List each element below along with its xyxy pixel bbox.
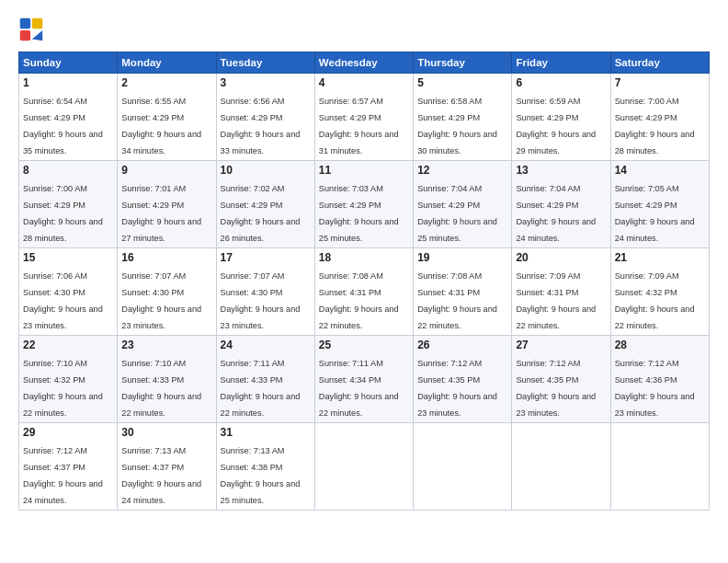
day-number: 26 (417, 339, 507, 351)
calendar-cell: 23 Sunrise: 7:10 AMSunset: 4:33 PMDaylig… (118, 336, 216, 423)
col-header-wednesday: Wednesday (314, 52, 413, 74)
day-number: 31 (221, 426, 311, 439)
day-number: 8 (23, 164, 113, 177)
calendar-cell: 13 Sunrise: 7:04 AMSunset: 4:29 PMDaylig… (512, 161, 610, 248)
day-info: Sunrise: 7:12 AMSunset: 4:35 PMDaylight:… (516, 359, 596, 418)
calendar-cell: 26 Sunrise: 7:12 AMSunset: 4:35 PMDaylig… (414, 336, 512, 423)
day-info: Sunrise: 7:09 AMSunset: 4:32 PMDaylight:… (615, 271, 695, 330)
calendar-cell: 16 Sunrise: 7:07 AMSunset: 4:30 PMDaylig… (118, 248, 216, 336)
calendar-cell: 12 Sunrise: 7:04 AMSunset: 4:29 PMDaylig… (414, 161, 512, 248)
calendar-cell: 17 Sunrise: 7:07 AMSunset: 4:30 PMDaylig… (216, 248, 314, 336)
svg-rect-1 (32, 18, 42, 29)
day-number: 18 (319, 251, 409, 264)
logo-icon (18, 17, 44, 42)
calendar-cell: 7 Sunrise: 7:00 AMSunset: 4:29 PMDayligh… (610, 74, 709, 161)
day-info: Sunrise: 7:00 AMSunset: 4:29 PMDaylight:… (23, 184, 103, 243)
calendar-cell: 2 Sunrise: 6:55 AMSunset: 4:29 PMDayligh… (118, 74, 216, 161)
day-info: Sunrise: 7:12 AMSunset: 4:37 PMDaylight:… (23, 446, 103, 505)
calendar-cell: 28 Sunrise: 7:12 AMSunset: 4:36 PMDaylig… (610, 336, 709, 423)
day-number: 13 (516, 164, 606, 177)
calendar-cell: 6 Sunrise: 6:59 AMSunset: 4:29 PMDayligh… (512, 74, 610, 161)
col-header-friday: Friday (512, 52, 610, 74)
svg-rect-0 (20, 18, 30, 29)
calendar-cell (512, 423, 610, 511)
col-header-tuesday: Tuesday (216, 52, 314, 74)
day-number: 6 (516, 76, 606, 89)
day-number: 14 (615, 164, 705, 177)
day-info: Sunrise: 7:01 AMSunset: 4:29 PMDaylight:… (121, 184, 201, 243)
day-number: 20 (516, 251, 606, 264)
day-number: 27 (516, 339, 606, 351)
day-info: Sunrise: 7:11 AMSunset: 4:33 PMDaylight:… (221, 359, 301, 418)
day-info: Sunrise: 6:57 AMSunset: 4:29 PMDaylight:… (319, 97, 399, 155)
day-number: 25 (319, 339, 409, 351)
day-info: Sunrise: 7:04 AMSunset: 4:29 PMDaylight:… (417, 184, 497, 243)
day-info: Sunrise: 7:08 AMSunset: 4:31 PMDaylight:… (319, 271, 399, 330)
day-info: Sunrise: 7:05 AMSunset: 4:29 PMDaylight:… (615, 184, 695, 243)
day-number: 23 (121, 339, 211, 351)
day-info: Sunrise: 7:08 AMSunset: 4:31 PMDaylight:… (417, 271, 497, 330)
day-number: 30 (121, 426, 211, 439)
calendar-cell: 20 Sunrise: 7:09 AMSunset: 4:31 PMDaylig… (512, 248, 610, 336)
day-info: Sunrise: 6:58 AMSunset: 4:29 PMDaylight:… (417, 97, 497, 155)
day-number: 10 (221, 164, 311, 177)
calendar-cell: 19 Sunrise: 7:08 AMSunset: 4:31 PMDaylig… (414, 248, 512, 336)
calendar-cell: 8 Sunrise: 7:00 AMSunset: 4:29 PMDayligh… (19, 161, 118, 248)
day-number: 16 (121, 251, 211, 264)
day-info: Sunrise: 7:04 AMSunset: 4:29 PMDaylight:… (516, 184, 596, 243)
calendar-cell (414, 423, 512, 511)
day-info: Sunrise: 7:12 AMSunset: 4:36 PMDaylight:… (615, 359, 695, 418)
day-number: 12 (417, 164, 507, 177)
day-number: 4 (319, 76, 409, 89)
day-number: 22 (23, 339, 113, 351)
svg-rect-2 (20, 30, 30, 40)
col-header-sunday: Sunday (19, 52, 118, 74)
svg-marker-3 (32, 30, 42, 40)
day-number: 1 (23, 76, 113, 89)
col-header-thursday: Thursday (414, 52, 512, 74)
day-number: 3 (221, 76, 311, 89)
calendar-cell: 3 Sunrise: 6:56 AMSunset: 4:29 PMDayligh… (216, 74, 314, 161)
day-info: Sunrise: 7:09 AMSunset: 4:31 PMDaylight:… (516, 271, 596, 330)
day-info: Sunrise: 6:59 AMSunset: 4:29 PMDaylight:… (516, 97, 596, 155)
calendar-cell (610, 423, 709, 511)
day-info: Sunrise: 7:02 AMSunset: 4:29 PMDaylight:… (221, 184, 301, 243)
day-number: 24 (221, 339, 311, 351)
calendar-table: SundayMondayTuesdayWednesdayThursdayFrid… (18, 52, 710, 511)
calendar-cell: 24 Sunrise: 7:11 AMSunset: 4:33 PMDaylig… (216, 336, 314, 423)
col-header-monday: Monday (118, 52, 216, 74)
day-number: 11 (319, 164, 409, 177)
day-number: 21 (615, 251, 705, 264)
day-info: Sunrise: 6:54 AMSunset: 4:29 PMDaylight:… (23, 97, 103, 155)
day-info: Sunrise: 7:07 AMSunset: 4:30 PMDaylight:… (221, 271, 301, 330)
page-header (18, 17, 710, 42)
calendar-cell: 4 Sunrise: 6:57 AMSunset: 4:29 PMDayligh… (314, 74, 413, 161)
day-info: Sunrise: 6:56 AMSunset: 4:29 PMDaylight:… (221, 97, 301, 155)
calendar-cell: 29 Sunrise: 7:12 AMSunset: 4:37 PMDaylig… (19, 423, 118, 511)
calendar-cell: 31 Sunrise: 7:13 AMSunset: 4:38 PMDaylig… (216, 423, 314, 511)
day-info: Sunrise: 7:00 AMSunset: 4:29 PMDaylight:… (615, 97, 695, 155)
calendar-cell: 10 Sunrise: 7:02 AMSunset: 4:29 PMDaylig… (216, 161, 314, 248)
day-info: Sunrise: 7:10 AMSunset: 4:32 PMDaylight:… (23, 359, 103, 418)
calendar-cell: 22 Sunrise: 7:10 AMSunset: 4:32 PMDaylig… (19, 336, 118, 423)
logo (18, 17, 48, 42)
calendar-cell: 5 Sunrise: 6:58 AMSunset: 4:29 PMDayligh… (414, 74, 512, 161)
calendar-cell: 11 Sunrise: 7:03 AMSunset: 4:29 PMDaylig… (314, 161, 413, 248)
day-number: 7 (615, 76, 705, 89)
day-number: 5 (417, 76, 507, 89)
calendar-cell: 25 Sunrise: 7:11 AMSunset: 4:34 PMDaylig… (314, 336, 413, 423)
day-info: Sunrise: 7:03 AMSunset: 4:29 PMDaylight:… (319, 184, 399, 243)
day-info: Sunrise: 6:55 AMSunset: 4:29 PMDaylight:… (121, 97, 201, 155)
day-number: 2 (121, 76, 211, 89)
calendar-cell: 18 Sunrise: 7:08 AMSunset: 4:31 PMDaylig… (314, 248, 413, 336)
col-header-saturday: Saturday (610, 52, 709, 74)
day-info: Sunrise: 7:13 AMSunset: 4:37 PMDaylight:… (121, 446, 201, 505)
day-number: 15 (23, 251, 113, 264)
day-info: Sunrise: 7:13 AMSunset: 4:38 PMDaylight:… (221, 446, 301, 505)
day-number: 29 (23, 426, 113, 439)
day-info: Sunrise: 7:10 AMSunset: 4:33 PMDaylight:… (121, 359, 201, 418)
day-number: 9 (121, 164, 211, 177)
day-number: 19 (417, 251, 507, 264)
calendar-cell: 21 Sunrise: 7:09 AMSunset: 4:32 PMDaylig… (610, 248, 709, 336)
day-info: Sunrise: 7:12 AMSunset: 4:35 PMDaylight:… (417, 359, 497, 418)
